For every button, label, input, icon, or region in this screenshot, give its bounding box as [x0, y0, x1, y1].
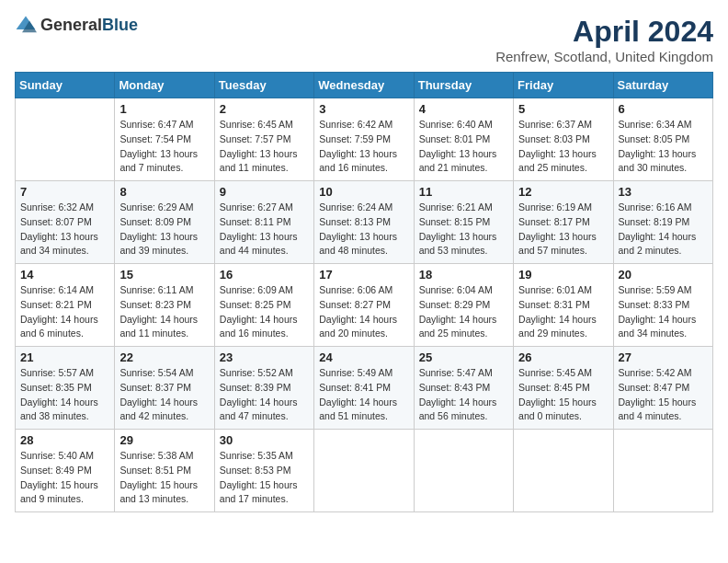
cell-w4-d6: 26Sunrise: 5:45 AMSunset: 8:45 PMDayligh…: [514, 347, 613, 430]
week-row-5: 28Sunrise: 5:40 AMSunset: 8:49 PMDayligh…: [16, 430, 713, 512]
logo-text: GeneralBlue: [40, 17, 138, 35]
cell-w2-d4: 10Sunrise: 6:24 AMSunset: 8:13 PMDayligh…: [314, 181, 414, 264]
cell-w1-d7: 6Sunrise: 6:34 AMSunset: 8:05 PMDaylight…: [613, 98, 712, 181]
cell-w2-d1: 7Sunrise: 6:32 AMSunset: 8:07 PMDaylight…: [16, 181, 115, 264]
day-info: Sunrise: 6:45 AMSunset: 7:57 PMDaylight:…: [220, 118, 309, 176]
day-number: 9: [220, 185, 309, 199]
calendar-table: Sunday Monday Tuesday Wednesday Thursday…: [15, 72, 713, 512]
cell-w5-d1: 28Sunrise: 5:40 AMSunset: 8:49 PMDayligh…: [16, 430, 115, 512]
day-number: 21: [20, 350, 109, 364]
day-number: 4: [419, 102, 508, 116]
day-number: 25: [419, 350, 508, 364]
month-title: April 2024: [495, 15, 713, 49]
cell-w1-d6: 5Sunrise: 6:37 AMSunset: 8:03 PMDaylight…: [514, 98, 613, 181]
day-info: Sunrise: 5:38 AMSunset: 8:51 PMDaylight:…: [119, 449, 209, 507]
day-info: Sunrise: 6:47 AMSunset: 7:54 PMDaylight:…: [119, 118, 209, 176]
logo-general: General: [40, 16, 102, 34]
day-number: 6: [619, 102, 708, 116]
cell-w5-d5: [414, 430, 513, 512]
cell-w3-d7: 20Sunrise: 5:59 AMSunset: 8:33 PMDayligh…: [613, 264, 712, 347]
day-number: 10: [319, 185, 408, 199]
cell-w4-d2: 22Sunrise: 5:54 AMSunset: 8:37 PMDayligh…: [115, 347, 214, 430]
day-number: 22: [119, 350, 209, 364]
day-info: Sunrise: 6:01 AMSunset: 8:31 PMDaylight:…: [518, 283, 608, 341]
day-info: Sunrise: 6:16 AMSunset: 8:19 PMDaylight:…: [619, 201, 708, 259]
day-info: Sunrise: 6:14 AMSunset: 8:21 PMDaylight:…: [20, 283, 109, 341]
col-thursday: Thursday: [414, 73, 513, 98]
logo-blue: Blue: [102, 16, 138, 34]
day-number: 13: [619, 185, 708, 199]
day-number: 8: [119, 185, 209, 199]
day-info: Sunrise: 5:40 AMSunset: 8:49 PMDaylight:…: [20, 449, 109, 507]
day-info: Sunrise: 6:40 AMSunset: 8:01 PMDaylight:…: [419, 118, 508, 176]
day-info: Sunrise: 5:42 AMSunset: 8:47 PMDaylight:…: [619, 366, 708, 424]
day-info: Sunrise: 6:37 AMSunset: 8:03 PMDaylight:…: [518, 118, 608, 176]
cell-w1-d3: 2Sunrise: 6:45 AMSunset: 7:57 PMDaylight…: [214, 98, 313, 181]
day-info: Sunrise: 5:35 AMSunset: 8:53 PMDaylight:…: [220, 449, 309, 507]
logo-icon: [15, 15, 37, 37]
day-number: 18: [419, 268, 508, 282]
cell-w1-d1: [16, 98, 115, 181]
day-number: 19: [518, 268, 608, 282]
day-number: 14: [20, 268, 109, 282]
day-number: 26: [518, 350, 608, 364]
cell-w1-d4: 3Sunrise: 6:42 AMSunset: 7:59 PMDaylight…: [314, 98, 414, 181]
day-number: 20: [619, 268, 708, 282]
cell-w4-d3: 23Sunrise: 5:52 AMSunset: 8:39 PMDayligh…: [214, 347, 313, 430]
day-info: Sunrise: 6:34 AMSunset: 8:05 PMDaylight:…: [619, 118, 708, 176]
day-number: 29: [119, 433, 209, 447]
cell-w3-d1: 14Sunrise: 6:14 AMSunset: 8:21 PMDayligh…: [16, 264, 115, 347]
cell-w2-d2: 8Sunrise: 6:29 AMSunset: 8:09 PMDaylight…: [115, 181, 214, 264]
col-saturday: Saturday: [613, 73, 712, 98]
cell-w1-d2: 1Sunrise: 6:47 AMSunset: 7:54 PMDaylight…: [115, 98, 214, 181]
day-number: 3: [319, 102, 408, 116]
cell-w5-d7: [613, 430, 712, 512]
day-info: Sunrise: 6:04 AMSunset: 8:29 PMDaylight:…: [419, 283, 508, 341]
cell-w4-d5: 25Sunrise: 5:47 AMSunset: 8:43 PMDayligh…: [414, 347, 513, 430]
day-number: 24: [319, 350, 408, 364]
cell-w3-d4: 17Sunrise: 6:06 AMSunset: 8:27 PMDayligh…: [314, 264, 414, 347]
cell-w2-d3: 9Sunrise: 6:27 AMSunset: 8:11 PMDaylight…: [214, 181, 313, 264]
logo: GeneralBlue: [15, 15, 138, 37]
header-row: Sunday Monday Tuesday Wednesday Thursday…: [16, 73, 713, 98]
col-tuesday: Tuesday: [214, 73, 313, 98]
location-title: Renfrew, Scotland, United Kingdom: [495, 49, 713, 64]
week-row-4: 21Sunrise: 5:57 AMSunset: 8:35 PMDayligh…: [16, 347, 713, 430]
cell-w5-d2: 29Sunrise: 5:38 AMSunset: 8:51 PMDayligh…: [115, 430, 214, 512]
cell-w4-d4: 24Sunrise: 5:49 AMSunset: 8:41 PMDayligh…: [314, 347, 414, 430]
col-friday: Friday: [514, 73, 613, 98]
day-info: Sunrise: 6:32 AMSunset: 8:07 PMDaylight:…: [20, 201, 109, 259]
day-info: Sunrise: 5:54 AMSunset: 8:37 PMDaylight:…: [119, 366, 209, 424]
col-wednesday: Wednesday: [314, 73, 414, 98]
cell-w5-d4: [314, 430, 414, 512]
cell-w3-d6: 19Sunrise: 6:01 AMSunset: 8:31 PMDayligh…: [514, 264, 613, 347]
day-number: 16: [220, 268, 309, 282]
day-info: Sunrise: 5:45 AMSunset: 8:45 PMDaylight:…: [518, 366, 608, 424]
cell-w1-d5: 4Sunrise: 6:40 AMSunset: 8:01 PMDaylight…: [414, 98, 513, 181]
day-info: Sunrise: 6:19 AMSunset: 8:17 PMDaylight:…: [518, 201, 608, 259]
day-number: 30: [220, 433, 309, 447]
cell-w2-d5: 11Sunrise: 6:21 AMSunset: 8:15 PMDayligh…: [414, 181, 513, 264]
cell-w3-d2: 15Sunrise: 6:11 AMSunset: 8:23 PMDayligh…: [115, 264, 214, 347]
day-info: Sunrise: 6:09 AMSunset: 8:25 PMDaylight:…: [220, 283, 309, 341]
page-container: GeneralBlue April 2024 Renfrew, Scotland…: [15, 15, 713, 512]
day-number: 17: [319, 268, 408, 282]
day-info: Sunrise: 5:49 AMSunset: 8:41 PMDaylight:…: [319, 366, 408, 424]
day-number: 23: [220, 350, 309, 364]
day-info: Sunrise: 5:52 AMSunset: 8:39 PMDaylight:…: [220, 366, 309, 424]
day-info: Sunrise: 6:24 AMSunset: 8:13 PMDaylight:…: [319, 201, 408, 259]
day-info: Sunrise: 5:47 AMSunset: 8:43 PMDaylight:…: [419, 366, 508, 424]
day-number: 5: [518, 102, 608, 116]
cell-w3-d3: 16Sunrise: 6:09 AMSunset: 8:25 PMDayligh…: [214, 264, 313, 347]
col-monday: Monday: [115, 73, 214, 98]
cell-w4-d1: 21Sunrise: 5:57 AMSunset: 8:35 PMDayligh…: [16, 347, 115, 430]
cell-w4-d7: 27Sunrise: 5:42 AMSunset: 8:47 PMDayligh…: [613, 347, 712, 430]
day-info: Sunrise: 6:21 AMSunset: 8:15 PMDaylight:…: [419, 201, 508, 259]
day-number: 15: [119, 268, 209, 282]
week-row-3: 14Sunrise: 6:14 AMSunset: 8:21 PMDayligh…: [16, 264, 713, 347]
day-info: Sunrise: 6:27 AMSunset: 8:11 PMDaylight:…: [220, 201, 309, 259]
title-area: April 2024 Renfrew, Scotland, United Kin…: [495, 15, 713, 64]
cell-w5-d6: [514, 430, 613, 512]
cell-w2-d7: 13Sunrise: 6:16 AMSunset: 8:19 PMDayligh…: [613, 181, 712, 264]
cell-w2-d6: 12Sunrise: 6:19 AMSunset: 8:17 PMDayligh…: [514, 181, 613, 264]
